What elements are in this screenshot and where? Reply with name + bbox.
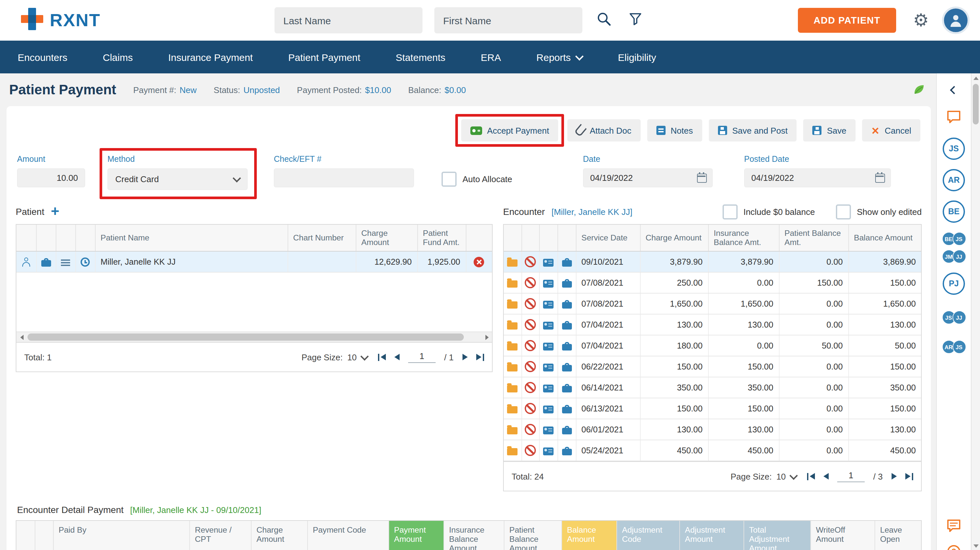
help-icon[interactable]: ? (947, 545, 960, 550)
briefcase-icon[interactable] (562, 260, 571, 267)
encounter-row[interactable]: 06/01/2021 130.00 130.00 0.00 130.00 (504, 419, 921, 440)
nav-reports[interactable]: Reports (519, 41, 600, 73)
avatar-pair[interactable]: JSJJ (942, 310, 966, 324)
auto-allocate-checkbox[interactable] (442, 172, 457, 187)
filter-icon[interactable] (628, 12, 642, 29)
encounter-row[interactable]: 05/24/2021 450.00 450.00 0.00 450.00 (504, 440, 921, 461)
prev-page-button[interactable] (395, 354, 399, 360)
nav-era[interactable]: ERA (463, 41, 519, 73)
briefcase-icon[interactable] (562, 302, 571, 308)
prev-page-button[interactable] (823, 473, 829, 480)
id-card-icon[interactable] (543, 447, 554, 455)
id-card-icon[interactable] (543, 342, 554, 350)
briefcase-icon[interactable] (562, 386, 571, 393)
no-entry-icon[interactable] (525, 277, 536, 288)
no-entry-icon[interactable] (525, 256, 536, 267)
id-card-icon[interactable] (543, 300, 554, 308)
nav-statements[interactable]: Statements (378, 41, 463, 73)
encounter-row[interactable]: 09/10/2021 3,879.90 3,879.90 0.00 3,869.… (504, 251, 921, 272)
next-page-button[interactable] (462, 354, 468, 360)
nav-insurance-payment[interactable]: Insurance Payment (150, 41, 270, 73)
nav-claims[interactable]: Claims (85, 41, 151, 73)
patient-profile-icon[interactable] (22, 258, 31, 267)
encounter-row[interactable]: 06/14/2021 350.00 350.00 0.00 350.00 (504, 377, 921, 398)
briefcase-icon[interactable] (562, 449, 571, 455)
vertical-scrollbar[interactable] (971, 73, 980, 550)
no-entry-icon[interactable] (525, 382, 536, 393)
folder-icon[interactable] (508, 365, 518, 372)
encounter-row[interactable]: 07/08/2021 250.00 0.00 150.00 150.00 (504, 272, 921, 293)
encounter-row[interactable]: 06/13/2021 150.00 150.00 0.00 150.00 (504, 398, 921, 419)
no-entry-icon[interactable] (525, 298, 536, 309)
check-eft-field[interactable] (274, 168, 414, 188)
calendar-icon[interactable] (697, 173, 707, 183)
save-and-post-button[interactable]: Save and Post (709, 119, 797, 141)
cancel-button[interactable]: ✕ Cancel (862, 119, 920, 141)
chat-bubble-icon[interactable] (946, 110, 962, 127)
avatar-pair[interactable]: ARJS (942, 340, 966, 354)
encounter-page-input[interactable]: 1 (837, 471, 865, 482)
folder-icon[interactable] (508, 302, 518, 309)
avatar[interactable]: JS (943, 138, 965, 160)
id-card-icon[interactable] (543, 405, 554, 413)
calendar-icon[interactable] (875, 173, 885, 183)
user-avatar[interactable] (942, 6, 969, 34)
next-page-button[interactable] (891, 473, 896, 480)
last-page-button[interactable] (905, 473, 913, 480)
rxnt-logo[interactable]: RXNT (20, 6, 100, 34)
add-patient-row-button[interactable]: + (51, 204, 59, 219)
first-page-button[interactable] (378, 353, 386, 361)
briefcase-icon[interactable] (562, 281, 571, 288)
encounter-patient-link[interactable]: [Miller, Janelle KK JJ] (552, 207, 633, 216)
nav-eligibility[interactable]: Eligibility (600, 41, 674, 73)
id-card-icon[interactable] (543, 426, 554, 434)
folder-icon[interactable] (508, 343, 518, 351)
posted-date-field[interactable] (744, 168, 891, 188)
scrollbar-thumb[interactable] (27, 334, 464, 341)
scroll-left-icon[interactable] (16, 332, 27, 342)
scroll-down-icon[interactable] (972, 541, 980, 550)
avatar[interactable]: BE (943, 200, 965, 223)
feedback-chat-icon[interactable] (946, 519, 962, 536)
last-name-input[interactable] (274, 7, 422, 33)
briefcase-icon[interactable] (562, 407, 571, 413)
folder-icon[interactable] (508, 281, 518, 288)
nav-patient-payment[interactable]: Patient Payment (270, 41, 378, 73)
patient-row[interactable]: Miller, Janelle KK JJ 12,629.90 1,925.00 (16, 251, 492, 272)
gear-icon[interactable]: ⚙ (913, 11, 929, 29)
scroll-right-icon[interactable] (482, 332, 492, 342)
avatar[interactable]: AR (943, 169, 965, 191)
method-select[interactable]: Credit Card (107, 168, 248, 190)
encounter-row[interactable]: 07/04/2021 180.00 0.00 50.00 50.00 (504, 335, 921, 356)
avatar-pair[interactable]: BEJS (942, 232, 966, 246)
id-card-icon[interactable] (543, 321, 554, 329)
attach-doc-button[interactable]: Attach Doc (567, 119, 640, 141)
briefcase-icon[interactable] (562, 344, 571, 351)
patient-page-size-select[interactable]: Page Size: 10 (301, 352, 367, 362)
briefcase-icon[interactable] (562, 365, 571, 372)
save-button[interactable]: Save (803, 119, 856, 141)
folder-icon[interactable] (508, 428, 518, 435)
history-icon[interactable] (81, 258, 90, 267)
no-entry-icon[interactable] (525, 445, 536, 456)
folder-icon[interactable] (508, 448, 518, 456)
id-card-icon[interactable] (543, 280, 554, 287)
no-entry-icon[interactable] (525, 361, 536, 372)
folder-icon[interactable] (508, 386, 518, 393)
avatar[interactable]: PJ (943, 273, 965, 295)
horizontal-scrollbar[interactable] (16, 332, 492, 342)
id-card-icon[interactable] (543, 259, 554, 266)
menu-icon[interactable] (61, 259, 70, 266)
first-name-input[interactable] (434, 7, 582, 33)
notes-button[interactable]: Notes (647, 119, 702, 141)
avatar-pair[interactable]: JMJJ (942, 250, 966, 263)
folder-icon[interactable] (508, 323, 518, 330)
show-only-edited-checkbox[interactable] (836, 204, 851, 219)
include-zero-balance-checkbox[interactable] (722, 204, 738, 219)
no-entry-icon[interactable] (525, 424, 536, 435)
leaf-icon[interactable] (913, 83, 926, 96)
encounter-page-size-select[interactable]: Page Size: 10 (730, 471, 796, 481)
remove-patient-icon[interactable] (474, 257, 484, 267)
no-entry-icon[interactable] (525, 319, 536, 330)
id-card-icon[interactable] (543, 384, 554, 392)
